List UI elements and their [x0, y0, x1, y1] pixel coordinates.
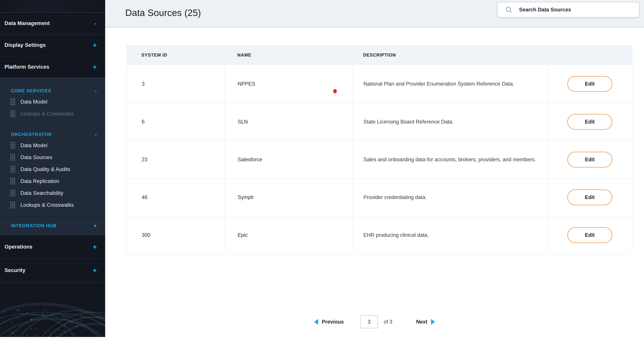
table-row: 3 NPPES National Plan and Provider Enume… — [127, 65, 632, 103]
table-row: 46 Symplr Provider credentialing data. E… — [127, 178, 632, 216]
table-row: 300 Epic EHR producing clinical data. Ed… — [127, 216, 632, 254]
column-header-description: DESCRIPTION — [353, 45, 547, 65]
edit-button[interactable]: Edit — [567, 189, 612, 205]
cell-name: SLN — [224, 103, 353, 140]
sidebar-item-label: Platform Services — [4, 64, 49, 70]
sidebar-item-label: Display Settings — [4, 42, 46, 48]
sidebar-item-label: Lookups & Crosswalks — [20, 202, 74, 208]
next-button[interactable]: Next — [416, 319, 435, 325]
sidebar-item-label: Lookups & Crosswalks — [20, 111, 74, 117]
expand-icon[interactable]: + — [93, 42, 97, 49]
cell-description: National Plan and Provider Enumeration S… — [353, 65, 547, 103]
sidebar-item-orch-data-quality-audits[interactable]: Data Quality & Audits — [0, 163, 105, 175]
grid-icon — [10, 202, 15, 208]
cell-system-id: 23 — [127, 141, 224, 178]
page-number-input[interactable] — [360, 315, 378, 328]
expand-icon[interactable]: + — [93, 267, 97, 274]
section-label: CORE SERVICES — [11, 88, 51, 94]
next-label: Next — [416, 319, 427, 325]
column-header-actions — [547, 45, 632, 65]
table-row: 23 Salesforce Sales and onboarding data … — [127, 140, 632, 178]
sidebar-item-label: Data Replication — [20, 178, 59, 184]
collapse-icon[interactable]: - — [95, 88, 97, 94]
sidebar-section-core-services[interactable]: CORE SERVICES - — [0, 86, 105, 96]
main-content: SYSTEM ID NAME DESCRIPTION 3 NPPES Natio… — [105, 28, 644, 340]
sidebar-item-label: Operations — [4, 244, 32, 250]
column-header-name: NAME — [224, 45, 353, 65]
sidebar-item-orch-data-searchability[interactable]: Data Searchability — [0, 187, 105, 199]
grid-icon — [10, 98, 15, 105]
edit-button[interactable]: Edit — [567, 114, 612, 130]
app-window: Data Management - Display Settings + Pla… — [0, 0, 644, 340]
cell-name: NPPES — [224, 65, 353, 103]
grid-icon — [10, 110, 15, 117]
cell-name: Salesforce — [224, 141, 353, 178]
sidebar-item-label: Security — [4, 267, 26, 273]
sidebar-item-platform-services[interactable]: Platform Services + — [0, 56, 105, 78]
page-of-label: of 3 — [384, 319, 392, 325]
cell-system-id: 6 — [127, 103, 224, 140]
collapse-icon[interactable]: - — [95, 132, 97, 137]
sidebar-item-label: Data Sources — [20, 154, 52, 160]
sidebar-item-label: Data Model — [20, 142, 48, 149]
collapse-icon[interactable]: - — [94, 20, 97, 27]
cell-name: Epic — [224, 216, 353, 254]
next-arrow-icon — [431, 319, 435, 325]
globe-network-image — [0, 285, 105, 337]
sidebar-section-integration-hub[interactable]: INTEGRATION HUB + — [0, 221, 105, 231]
previous-arrow-icon — [314, 319, 318, 325]
search-icon — [505, 6, 513, 14]
grid-icon — [10, 166, 15, 173]
divider — [0, 125, 105, 126]
search-input[interactable] — [519, 7, 639, 13]
page-title: Data Sources (25) — [125, 8, 201, 18]
section-label: ORCHESTRATOR — [11, 132, 52, 137]
cell-description: Provider credentialing data. — [353, 179, 547, 216]
main-header: Data Sources (25) — [105, 0, 644, 27]
sidebar-item-security[interactable]: Security + — [0, 259, 105, 282]
cell-system-id: 300 — [127, 216, 224, 254]
previous-button[interactable]: Previous — [314, 319, 344, 325]
cell-name: Symplr — [224, 179, 353, 216]
click-indicator-dot — [333, 89, 337, 93]
expand-icon[interactable]: + — [94, 223, 97, 229]
sidebar-subsection-panel: CORE SERVICES - Data Model Lookups & Cro… — [0, 78, 105, 235]
sidebar-item-label: Data Quality & Audits — [20, 166, 70, 172]
cell-description: EHR producing clinical data. — [353, 216, 547, 254]
search-box[interactable] — [497, 2, 640, 18]
sidebar-item-orch-data-replication[interactable]: Data Replication — [0, 175, 105, 187]
sidebar-item-data-management[interactable]: Data Management - — [0, 13, 105, 35]
edit-button[interactable]: Edit — [567, 152, 612, 167]
edit-button[interactable]: Edit — [567, 76, 612, 92]
sidebar-item-orch-data-sources[interactable]: Data Sources — [0, 151, 105, 163]
grid-icon — [10, 142, 15, 149]
divider — [0, 217, 105, 217]
sidebar-item-label: Data Model — [20, 99, 48, 105]
grid-icon — [10, 154, 15, 161]
sidebar-item-operations[interactable]: Operations + — [0, 235, 105, 259]
sidebar: Data Management - Display Settings + Pla… — [0, 0, 105, 337]
grid-icon — [10, 190, 15, 196]
cell-description: State Licensing Board Reference Data. — [353, 103, 547, 140]
expand-icon[interactable]: + — [93, 64, 97, 70]
section-label: INTEGRATION HUB — [11, 223, 57, 228]
cell-system-id: 46 — [127, 179, 224, 216]
sidebar-item-orch-lookups-crosswalks[interactable]: Lookups & Crosswalks — [0, 199, 105, 211]
sidebar-item-orch-data-model[interactable]: Data Model — [0, 139, 105, 151]
sidebar-item-core-lookups-crosswalks[interactable]: Lookups & Crosswalks — [0, 108, 105, 120]
sidebar-section-orchestrator[interactable]: ORCHESTRATOR - — [0, 129, 105, 139]
table-body: 3 NPPES National Plan and Provider Enume… — [126, 65, 632, 254]
column-header-system-id: SYSTEM ID — [126, 45, 224, 65]
edit-button[interactable]: Edit — [567, 227, 612, 243]
table-header-row: SYSTEM ID NAME DESCRIPTION — [126, 45, 632, 65]
data-sources-table: SYSTEM ID NAME DESCRIPTION 3 NPPES Natio… — [126, 45, 632, 254]
sidebar-item-label: Data Searchability — [20, 190, 63, 196]
expand-icon[interactable]: + — [93, 243, 97, 250]
table-row: 6 SLN State Licensing Board Reference Da… — [127, 103, 632, 140]
sidebar-item-display-settings[interactable]: Display Settings + — [0, 35, 105, 56]
pagination: Previous of 3 Next — [105, 315, 644, 328]
cell-system-id: 3 — [127, 65, 224, 103]
sidebar-item-core-data-model[interactable]: Data Model — [0, 96, 105, 108]
sidebar-top-banner — [0, 0, 105, 13]
cell-description: Sales and onboarding data for accounts, … — [353, 141, 547, 178]
